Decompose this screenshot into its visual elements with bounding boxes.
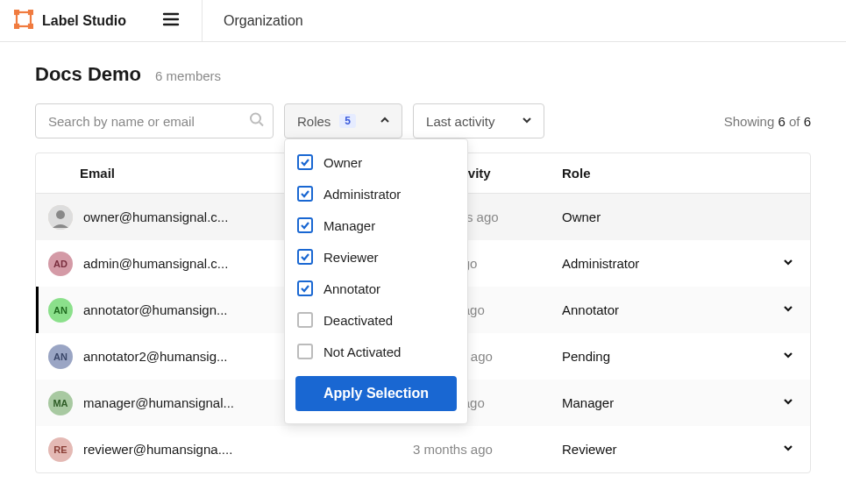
roles-option-label: Annotator [323,281,380,296]
cell-role: Owner [562,209,766,224]
chevron-down-icon [781,257,795,272]
chevron-down-icon [781,443,795,458]
chevron-down-icon [521,114,533,129]
svg-rect-3 [15,25,18,28]
svg-rect-1 [15,11,18,14]
email-text: annotator@humansign... [83,302,228,317]
checkbox-icon [297,217,313,233]
app-header: Label Studio Organization [0,0,846,42]
avatar: AD [48,252,73,276]
table-row[interactable]: REreviewer@humansigna....3 months agoRev… [36,426,810,472]
role-dropdown-trigger[interactable] [766,348,810,365]
activity-sort[interactable]: Last activity [413,103,544,138]
roles-option-label: Owner [323,155,362,170]
checkbox-icon [297,344,313,359]
cell-email: REreviewer@humansigna.... [36,437,413,462]
email-text: reviewer@humansigna.... [83,442,232,457]
roles-option[interactable]: Not Activated [285,336,467,367]
logo-icon [14,10,33,32]
search-box [35,103,274,138]
roles-count-badge: 5 [339,114,356,128]
showing-label: Showing 6 of 6 [724,114,811,129]
controls-row: Roles 5 OwnerAdministratorManagerReviewe… [35,103,811,138]
app-name: Label Studio [42,13,126,29]
roles-option[interactable]: Owner [285,146,467,178]
roles-filter-label: Roles [297,114,331,129]
dropdown-footer: Apply Selection [285,367,467,416]
roles-option-label: Deactivated [323,313,393,328]
chevron-down-icon [781,396,795,411]
checkbox-icon [297,280,313,296]
chevron-down-icon [781,350,795,365]
activity-sort-label: Last activity [426,114,494,129]
cell-role: Administrator [562,256,766,271]
checkbox-icon [297,312,313,328]
roles-option[interactable]: Annotator [285,273,467,304]
col-header-role: Role [562,166,766,181]
cell-role: Annotator [562,302,766,317]
cell-activity: 3 months ago [413,442,562,457]
avatar: MA [48,391,73,415]
roles-filter[interactable]: Roles 5 [284,103,402,138]
role-dropdown-trigger[interactable] [766,302,810,318]
cell-role: Pending [562,349,766,364]
hamburger-icon [161,10,181,32]
member-count: 6 members [155,68,221,83]
role-dropdown-trigger[interactable] [766,394,810,411]
avatar: RE [48,437,73,462]
svg-point-11 [56,210,65,219]
roles-option[interactable]: Manager [285,209,467,241]
role-dropdown-trigger[interactable] [766,255,810,272]
org-name: Docs Demo [35,63,141,86]
roles-option[interactable]: Deactivated [285,304,467,336]
cell-role: Manager [562,395,766,410]
checkbox-icon [297,249,313,265]
roles-option-label: Manager [323,218,375,233]
avatar: AN [48,298,73,323]
roles-dropdown: OwnerAdministratorManagerReviewerAnnotat… [284,138,468,424]
search-input[interactable] [35,103,274,138]
apply-selection-button[interactable]: Apply Selection [295,376,457,411]
svg-rect-2 [29,11,32,14]
chevron-up-icon [379,114,391,129]
email-text: owner@humansignal.c... [83,209,228,224]
roles-option-label: Administrator [323,187,401,202]
roles-option-label: Reviewer [323,250,379,265]
cell-role: Reviewer [562,442,766,457]
email-text: manager@humansignal... [83,395,234,410]
content-area: Docs Demo 6 members Roles 5 OwnerAdminis… [0,42,846,473]
roles-filter-wrap: Roles 5 OwnerAdministratorManagerReviewe… [284,103,402,138]
role-dropdown-trigger[interactable] [766,441,810,458]
roles-option[interactable]: Reviewer [285,241,467,273]
chevron-down-icon [781,303,795,318]
checkbox-icon [297,154,313,170]
checkbox-icon [297,186,313,202]
org-header: Docs Demo 6 members [35,63,811,86]
menu-toggle[interactable] [161,0,203,41]
avatar: AN [48,344,73,369]
email-text: admin@humansignal.c... [83,256,228,271]
svg-rect-4 [29,25,32,28]
page-title: Organization [224,13,303,29]
roles-option-label: Not Activated [323,344,401,359]
roles-option[interactable]: Administrator [285,178,467,209]
avatar [48,205,73,230]
email-text: annotator2@humansig... [83,349,228,364]
app-logo[interactable]: Label Studio [14,10,126,32]
